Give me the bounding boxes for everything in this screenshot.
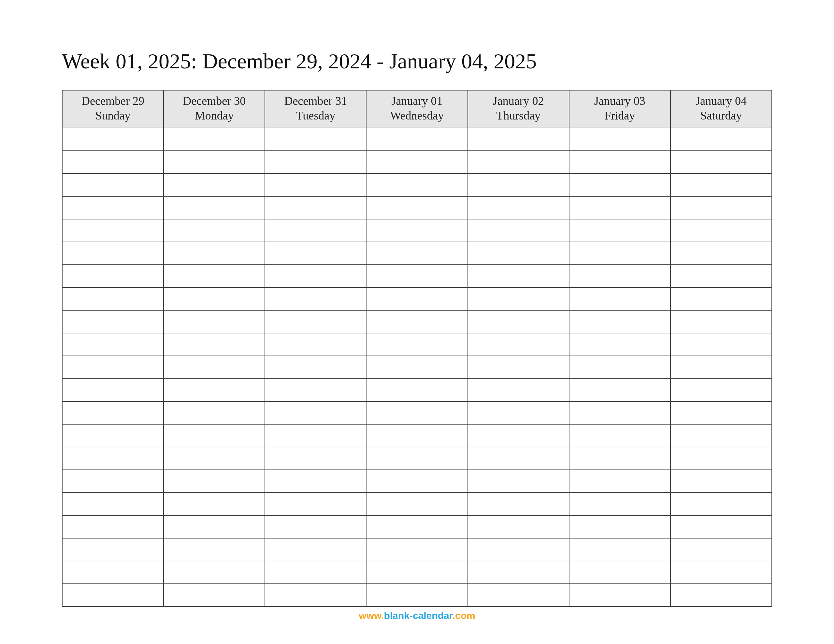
calendar-cell[interactable] [366, 492, 467, 515]
calendar-cell[interactable] [671, 538, 772, 561]
calendar-cell[interactable] [265, 287, 366, 310]
calendar-cell[interactable] [163, 379, 265, 402]
calendar-cell[interactable] [62, 174, 163, 196]
calendar-cell[interactable] [569, 287, 671, 310]
calendar-cell[interactable] [366, 470, 467, 492]
calendar-cell[interactable] [569, 538, 671, 561]
calendar-cell[interactable] [163, 151, 265, 174]
calendar-cell[interactable] [671, 356, 772, 379]
calendar-cell[interactable] [366, 287, 467, 310]
calendar-cell[interactable] [62, 265, 163, 287]
calendar-cell[interactable] [569, 379, 671, 402]
calendar-cell[interactable] [671, 379, 772, 402]
calendar-cell[interactable] [163, 584, 265, 607]
calendar-cell[interactable] [163, 310, 265, 333]
calendar-cell[interactable] [62, 538, 163, 561]
calendar-cell[interactable] [62, 242, 163, 265]
calendar-cell[interactable] [265, 333, 366, 356]
calendar-cell[interactable] [62, 561, 163, 584]
calendar-cell[interactable] [671, 402, 772, 424]
calendar-cell[interactable] [468, 242, 569, 265]
calendar-cell[interactable] [569, 561, 671, 584]
calendar-cell[interactable] [163, 242, 265, 265]
calendar-cell[interactable] [569, 402, 671, 424]
calendar-cell[interactable] [671, 265, 772, 287]
calendar-cell[interactable] [671, 470, 772, 492]
calendar-cell[interactable] [265, 379, 366, 402]
calendar-cell[interactable] [62, 584, 163, 607]
calendar-cell[interactable] [265, 515, 366, 538]
calendar-cell[interactable] [62, 470, 163, 492]
calendar-cell[interactable] [62, 402, 163, 424]
calendar-cell[interactable] [265, 219, 366, 242]
calendar-cell[interactable] [366, 219, 467, 242]
calendar-cell[interactable] [265, 584, 366, 607]
calendar-cell[interactable] [468, 265, 569, 287]
calendar-cell[interactable] [468, 379, 569, 402]
calendar-cell[interactable] [265, 561, 366, 584]
calendar-cell[interactable] [569, 584, 671, 607]
calendar-cell[interactable] [163, 424, 265, 447]
calendar-cell[interactable] [62, 128, 163, 151]
calendar-cell[interactable] [163, 561, 265, 584]
calendar-cell[interactable] [569, 310, 671, 333]
calendar-cell[interactable] [62, 219, 163, 242]
calendar-cell[interactable] [468, 538, 569, 561]
calendar-cell[interactable] [569, 242, 671, 265]
calendar-cell[interactable] [468, 333, 569, 356]
calendar-cell[interactable] [366, 333, 467, 356]
calendar-cell[interactable] [366, 538, 467, 561]
calendar-cell[interactable] [671, 242, 772, 265]
calendar-cell[interactable] [62, 424, 163, 447]
calendar-cell[interactable] [163, 287, 265, 310]
calendar-cell[interactable] [366, 584, 467, 607]
calendar-cell[interactable] [163, 538, 265, 561]
calendar-cell[interactable] [163, 402, 265, 424]
calendar-cell[interactable] [62, 356, 163, 379]
calendar-cell[interactable] [569, 447, 671, 470]
calendar-cell[interactable] [468, 447, 569, 470]
calendar-cell[interactable] [265, 424, 366, 447]
calendar-cell[interactable] [671, 492, 772, 515]
calendar-cell[interactable] [366, 242, 467, 265]
calendar-cell[interactable] [366, 174, 467, 196]
calendar-cell[interactable] [163, 492, 265, 515]
calendar-cell[interactable] [163, 470, 265, 492]
calendar-cell[interactable] [569, 424, 671, 447]
calendar-cell[interactable] [468, 128, 569, 151]
calendar-cell[interactable] [468, 196, 569, 219]
calendar-cell[interactable] [671, 174, 772, 196]
calendar-cell[interactable] [468, 310, 569, 333]
calendar-cell[interactable] [569, 492, 671, 515]
calendar-cell[interactable] [62, 310, 163, 333]
calendar-cell[interactable] [366, 196, 467, 219]
calendar-cell[interactable] [366, 402, 467, 424]
calendar-cell[interactable] [163, 265, 265, 287]
calendar-cell[interactable] [265, 356, 366, 379]
calendar-cell[interactable] [366, 310, 467, 333]
calendar-cell[interactable] [468, 287, 569, 310]
calendar-cell[interactable] [265, 242, 366, 265]
calendar-cell[interactable] [671, 584, 772, 607]
calendar-cell[interactable] [671, 333, 772, 356]
calendar-cell[interactable] [163, 128, 265, 151]
calendar-cell[interactable] [468, 174, 569, 196]
calendar-cell[interactable] [265, 447, 366, 470]
calendar-cell[interactable] [62, 447, 163, 470]
calendar-cell[interactable] [265, 538, 366, 561]
calendar-cell[interactable] [671, 515, 772, 538]
calendar-cell[interactable] [265, 492, 366, 515]
calendar-cell[interactable] [265, 265, 366, 287]
calendar-cell[interactable] [569, 219, 671, 242]
calendar-cell[interactable] [366, 561, 467, 584]
calendar-cell[interactable] [62, 287, 163, 310]
calendar-cell[interactable] [671, 424, 772, 447]
calendar-cell[interactable] [671, 219, 772, 242]
calendar-cell[interactable] [62, 492, 163, 515]
calendar-cell[interactable] [671, 196, 772, 219]
calendar-cell[interactable] [569, 265, 671, 287]
calendar-cell[interactable] [569, 128, 671, 151]
calendar-cell[interactable] [265, 470, 366, 492]
calendar-cell[interactable] [366, 424, 467, 447]
calendar-cell[interactable] [366, 515, 467, 538]
